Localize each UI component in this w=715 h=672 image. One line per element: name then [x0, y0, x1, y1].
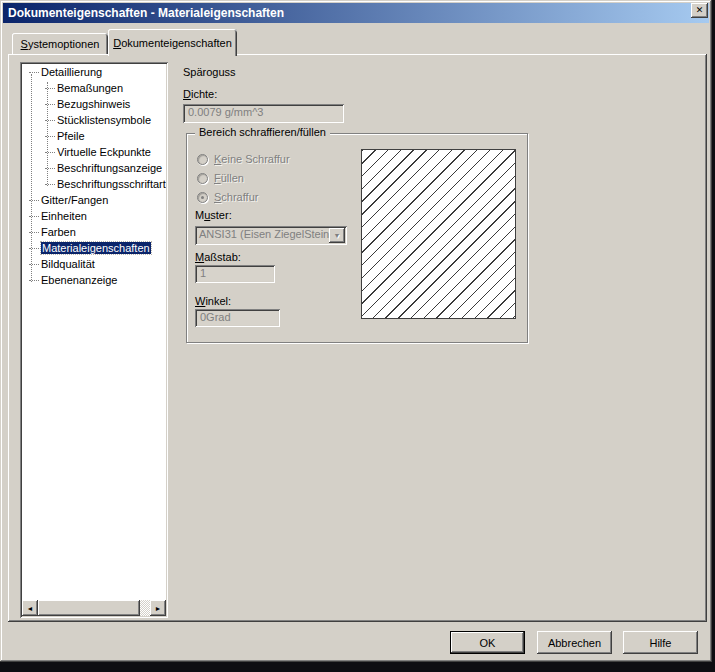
density-label: Dichte: — [183, 88, 217, 100]
scale-label: Maßstab: — [195, 251, 241, 263]
angle-label: Winkel: — [195, 295, 231, 307]
tab-label: Dokumenteigenschaften — [113, 37, 232, 49]
pattern-dropdown[interactable]: ANSI31 (Eisen ZiegelStein) ▼ — [195, 226, 347, 245]
radio-keine-schraffur[interactable]: Keine Schraffur — [197, 152, 290, 166]
tree-item-gitter-fangen[interactable]: Gitter/Fangen — [22, 192, 166, 208]
angle-field[interactable]: 0Grad — [195, 309, 280, 327]
help-button[interactable]: Hilfe — [623, 631, 698, 654]
tree-item-ebenenanzeige[interactable]: Ebenenanzeige — [22, 272, 166, 288]
tree-item-bemassungen[interactable]: Bemaßungen — [22, 80, 166, 96]
document-properties-dialog: Dokumenteigenschaften - Materialeigensch… — [0, 0, 712, 662]
scale-field[interactable]: 1 — [195, 265, 275, 283]
dialog-title: Dokumenteigenschaften - Materialeigensch… — [8, 6, 284, 20]
tree-item-bezugshinweis[interactable]: Bezugshinweis — [22, 96, 166, 112]
close-icon: ✕ — [696, 6, 704, 15]
tree-item-materialeigenschaften[interactable]: Materialeigenschaften — [22, 240, 166, 256]
titlebar[interactable]: Dokumenteigenschaften - Materialeigensch… — [3, 3, 709, 23]
tree-item-bildqualitaet[interactable]: Bildqualität — [22, 256, 166, 272]
settings-tree: Detaillierung Bemaßungen Bezugshinweis S… — [20, 62, 168, 618]
hatch-fill-groupbox: Bereich schraffieren/füllen Keine Schraf… — [186, 133, 528, 343]
cancel-button[interactable]: Abbrechen — [537, 631, 612, 654]
density-field[interactable]: 0.0079 g/mm^3 — [183, 104, 344, 123]
pattern-label: Muster: — [195, 209, 232, 221]
tree-item-virtuelle-eckpunkte[interactable]: Virtuelle Eckpunkte — [22, 144, 166, 160]
tree-item-beschriftungsschriftart[interactable]: Beschriftungsschriftart — [22, 176, 166, 192]
scroll-left-button[interactable]: ◄ — [22, 600, 38, 616]
tree-item-stuecklistensymbole[interactable]: Stücklistensymbole — [22, 112, 166, 128]
radio-icon — [197, 173, 208, 184]
tab-dokumenteigenschaften[interactable]: Dokumenteigenschaften — [108, 29, 237, 56]
radio-icon — [197, 154, 208, 165]
scrollbar-thumb[interactable] — [38, 600, 140, 616]
groupbox-title: Bereich schraffieren/füllen — [195, 126, 330, 138]
tab-systemoptionen[interactable]: Systemoptionen — [12, 33, 108, 54]
tab-page: Detaillierung Bemaßungen Bezugshinweis S… — [8, 54, 707, 622]
chevron-down-icon[interactable]: ▼ — [329, 228, 345, 243]
scroll-right-icon: ► — [155, 605, 162, 612]
radio-schraffur[interactable]: Schraffur — [197, 190, 258, 204]
tree-rows: Detaillierung Bemaßungen Bezugshinweis S… — [22, 64, 166, 600]
tree-item-einheiten[interactable]: Einheiten — [22, 208, 166, 224]
tree-item-detaillierung[interactable]: Detaillierung — [22, 64, 166, 80]
tree-item-farben[interactable]: Farben — [22, 224, 166, 240]
close-button[interactable]: ✕ — [691, 3, 708, 18]
tree-item-beschriftungsanzeige[interactable]: Beschriftungsanzeige — [22, 160, 166, 176]
radio-selected-icon — [197, 192, 208, 203]
scroll-left-icon: ◄ — [27, 605, 34, 612]
ok-button[interactable]: OK — [450, 631, 525, 654]
tab-label: Systemoptionen — [21, 38, 100, 50]
tree-horizontal-scrollbar[interactable]: ◄ ► — [22, 600, 166, 616]
radio-fuellen[interactable]: Füllen — [197, 171, 244, 185]
scroll-right-button[interactable]: ► — [150, 600, 166, 616]
tree-item-pfeile[interactable]: Pfeile — [22, 128, 166, 144]
material-name: Späroguss — [183, 66, 236, 78]
hatch-preview — [361, 149, 516, 319]
